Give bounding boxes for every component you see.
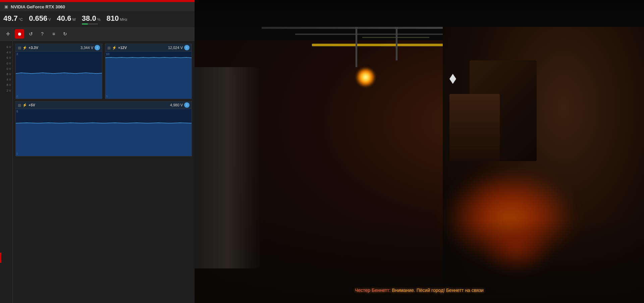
light-source bbox=[356, 67, 376, 87]
vertical-pipe-2 bbox=[396, 27, 397, 60]
chart-5v-body: 5 0 bbox=[16, 109, 192, 156]
chart-12v-title: +12V bbox=[118, 46, 127, 50]
refresh-button[interactable]: ↺ bbox=[26, 29, 36, 39]
chart-3v3-svg bbox=[16, 52, 102, 99]
chart-12v-svg bbox=[105, 52, 192, 99]
chart-12v-header-left: ▦ ⚡ +12V bbox=[107, 46, 127, 50]
y-label-9: 2 V bbox=[6, 88, 11, 93]
filter-button[interactable]: ≡ bbox=[49, 29, 58, 39]
utilization-unit: % bbox=[97, 17, 101, 21]
y-label-2: 4 V bbox=[6, 50, 11, 55]
chart-3v3-header-left: ▦ ⚡ +3.3V bbox=[18, 46, 38, 50]
chart-3v3-board-icon: ▦ bbox=[18, 46, 21, 50]
clock-stat: 810 MHz bbox=[106, 14, 127, 23]
y-label-7: 4 V bbox=[6, 77, 11, 82]
chart-12v-sensor-icon: ⚡ bbox=[112, 46, 117, 50]
chart-5v-board-icon: ▦ bbox=[18, 103, 21, 107]
chart-5v-info-button[interactable]: i bbox=[184, 102, 190, 108]
y-label-4: 0 V bbox=[6, 61, 11, 66]
main-content: 6 V 4 V 6 V 0 V 0 V 8 V 4 V 8 V 2 V ▦ ⚡ bbox=[0, 41, 195, 303]
utilization-value: 38.0 bbox=[82, 14, 96, 23]
gpu-icon: ▣ bbox=[3, 4, 9, 9]
crosshair-button[interactable]: ✛ bbox=[3, 29, 13, 39]
y-label-5: 0 V bbox=[6, 66, 11, 71]
chart-5v-title: +5V bbox=[29, 103, 35, 107]
chart-5v-value: 4,980 V bbox=[170, 103, 183, 107]
power-unit: W bbox=[72, 17, 75, 21]
record-button[interactable]: ⏺ bbox=[15, 29, 24, 39]
chart-3v3-info-button[interactable]: i bbox=[95, 45, 100, 50]
chart-12v-widget: ▦ ⚡ +12V 12,024 V i 10 0 bbox=[105, 44, 192, 99]
chart-3v3-value: 3,344 V bbox=[80, 46, 93, 50]
chart-3v3-body: 2 0 bbox=[16, 52, 102, 99]
chart-12v-body: 10 0 bbox=[105, 52, 192, 99]
help-button[interactable]: ? bbox=[38, 29, 47, 39]
svg-marker-2 bbox=[16, 123, 192, 156]
power-stat: 40.6 W bbox=[57, 14, 76, 23]
chart-3v3-widget: ▦ ⚡ +3.3V 3,344 V i 2 0 bbox=[15, 44, 102, 99]
mech-arm bbox=[449, 94, 500, 161]
chart-3v3-header: ▦ ⚡ +3.3V 3,344 V i bbox=[16, 44, 102, 52]
voltage-value: 0.656 bbox=[29, 14, 47, 23]
chart-5v-header: ▦ ⚡ +5V 4,980 V i bbox=[16, 101, 192, 109]
game-panel: Честер Беннетт: Внимание. Пёсий город! Б… bbox=[195, 0, 644, 303]
gpu-name: NVIDIA GeForce RTX 3060 bbox=[11, 4, 65, 9]
chart-5v-header-left: ▦ ⚡ +5V bbox=[18, 103, 35, 107]
utilization-stat: 38.0 % bbox=[82, 14, 101, 24]
y-label-6: 8 V bbox=[6, 71, 11, 77]
temperature-stat: 49.7 °C bbox=[3, 14, 23, 23]
game-background: Честер Беннетт: Внимание. Пёсий город! Б… bbox=[195, 0, 644, 303]
chart-3v3-title: +3.3V bbox=[29, 46, 38, 50]
y-axis-labels: 6 V 4 V 6 V 0 V 0 V 8 V 4 V 8 V 2 V bbox=[0, 41, 13, 303]
y-label-3: 6 V bbox=[6, 55, 11, 60]
temperature-unit: °C bbox=[19, 17, 23, 21]
charts-row-bottom: ▦ ⚡ +5V 4,980 V i 5 0 bbox=[15, 101, 192, 156]
temperature-value: 49.7 bbox=[3, 14, 18, 23]
clock-unit: MHz bbox=[120, 17, 127, 21]
chart-12v-info-button[interactable]: i bbox=[184, 45, 190, 50]
vertical-pipe-1 bbox=[356, 27, 357, 67]
svg-marker-0 bbox=[16, 73, 102, 99]
utilization-fill bbox=[82, 23, 88, 24]
reset-button[interactable]: ↻ bbox=[60, 29, 70, 39]
voltage-stat: 0.656 V bbox=[29, 14, 51, 23]
utilization-bar bbox=[82, 23, 98, 24]
chart-5v-widget: ▦ ⚡ +5V 4,980 V i 5 0 bbox=[15, 101, 192, 156]
chart-3v3-sensor-icon: ⚡ bbox=[22, 46, 27, 50]
svg-marker-1 bbox=[105, 57, 192, 99]
chart-5v-svg bbox=[16, 109, 192, 156]
utilization-container: 38.0 % bbox=[82, 14, 101, 24]
clock-value: 810 bbox=[106, 14, 119, 23]
chart-12v-header: ▦ ⚡ +12V 12,024 V i bbox=[105, 44, 192, 52]
toolbar: ✛ ⏺ ↺ ? ≡ ↻ bbox=[0, 27, 195, 41]
power-value: 40.6 bbox=[57, 14, 71, 23]
y-label-1: 6 V bbox=[6, 44, 11, 50]
gpu-header: ▣ NVIDIA GeForce RTX 3060 bbox=[0, 2, 195, 11]
chart-5v-sensor-icon: ⚡ bbox=[22, 103, 27, 107]
chart-12v-value: 12,024 V bbox=[168, 46, 183, 50]
chart-12v-board-icon: ▦ bbox=[107, 46, 111, 50]
gpu-monitor-panel: ▣ NVIDIA GeForce RTX 3060 49.7 °C 0.656 … bbox=[0, 0, 195, 303]
game-subtitle: Честер Беннетт: Внимание. Пёсий город! Б… bbox=[355, 288, 484, 293]
character-name-label: Честер Беннетт: bbox=[355, 288, 390, 293]
y-label-8: 8 V bbox=[6, 82, 11, 88]
voltage-unit: V bbox=[48, 17, 51, 21]
yellow-rail bbox=[312, 44, 446, 46]
subtitle-text: Внимание. Пёсий город! Беннетт на связи bbox=[392, 288, 484, 293]
charts-row-top: ▦ ⚡ +3.3V 3,344 V i 2 0 bbox=[15, 44, 192, 99]
left-wall bbox=[195, 67, 262, 268]
charts-area: ▦ ⚡ +3.3V 3,344 V i 2 0 bbox=[13, 41, 195, 303]
stats-row: 49.7 °C 0.656 V 40.6 W 38.0 % 810 MHz bbox=[0, 11, 195, 27]
